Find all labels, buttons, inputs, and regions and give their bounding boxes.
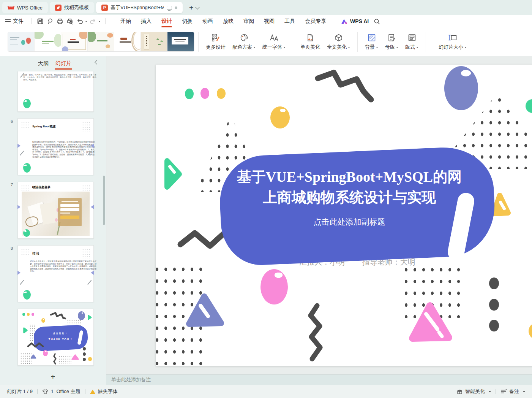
menu-tabs: 开始 插入 设计 切换 动画 放映 审阅 视图 工具 会员专享 [115,16,331,27]
menu-tab-slideshow[interactable]: 放映 [218,16,238,27]
decor-balloon [78,311,85,320]
tab-wps-home[interactable]: WPS Office [2,2,48,13]
notes-toggle-button[interactable]: 备注 [500,388,525,395]
decor-side-arrow [17,144,21,148]
dropdown-caret-icon [523,391,525,393]
more-designs-icon [211,33,220,43]
template-thumbnail[interactable] [88,32,114,51]
slide-thumbnail-8[interactable]: 8 结 论 经过本次毕业设计，我对网上商城购物系统的整个开发流程有了更加深入的了… [17,245,94,302]
output-button[interactable] [45,17,55,26]
decor-zigzag-top[interactable] [313,68,376,104]
print-preview-button[interactable] [65,17,75,26]
save-button[interactable] [35,17,45,26]
tab-document-active[interactable]: P 基于VUE+SpringBoot+MyS [96,2,183,13]
decor-green-ellipse [23,229,30,237]
divider [198,32,199,52]
new-tab-button[interactable]: + [189,4,194,11]
decor-circle-green[interactable] [526,99,532,113]
decor-triangle-green[interactable] [163,156,184,192]
panel-tabs: 大纲 幻灯片 [0,56,106,71]
decor-balloon [41,318,45,323]
slide-title[interactable]: 基于VUE+SpringBoot+MySQL的网 上商城购物系统设计与实现 [224,166,475,208]
notes-toggle-label: 备注 [509,388,519,395]
menu-tab-animation[interactable]: 动画 [197,16,218,27]
tab-docer-templates[interactable]: 找稻壳模板 [50,2,94,13]
theme-name: 1_Office 主题 [51,388,81,395]
theme-indicator[interactable]: 1_Office 主题 [42,388,81,395]
decor-dot-dark[interactable] [489,299,499,311]
decor-zigzag-vertical[interactable] [308,303,325,363]
menu-tab-tools[interactable]: 工具 [279,16,300,27]
decor-circle-yellow[interactable] [529,323,532,339]
slide-thumbnail-6[interactable]: 6 Spring Boot概述 Spring Boot是Pivotal团队的一个… [17,118,94,175]
quickbar-more-caret[interactable] [98,21,101,23]
undo-dropdown-caret[interactable] [85,21,87,23]
dropdown-caret-icon [376,47,378,49]
search-button[interactable] [372,17,382,26]
slide-canvas[interactable]: 基于VUE+SpringBoot+MySQL的网 上商城购物系统设计与实现 点击… [106,56,532,374]
slide-thumbnail-7[interactable]: 7 物流信息登录 [17,182,94,239]
decor-dot-grid [20,352,32,364]
smart-beautify-button[interactable]: 智能美化 [457,388,491,395]
decor-dot-pink[interactable] [200,88,209,99]
unsaved-dot-icon [175,6,177,9]
template-thumbnail[interactable] [8,32,35,51]
notes-bar[interactable]: 单击此处添加备注 [106,374,532,385]
decor-balloon-pink[interactable] [260,269,288,304]
decor-dot-dark[interactable] [489,320,499,331]
layout-button[interactable]: 版式 [402,30,422,53]
print-button[interactable] [55,17,65,26]
divider [85,389,85,394]
template-thumbnail[interactable] [61,32,88,51]
menu-tab-insert[interactable]: 插入 [136,16,156,27]
redo-button[interactable] [88,17,98,26]
menu-tab-member[interactable]: 会员专享 [300,16,331,27]
menu-tab-design[interactable]: 设计 [156,16,177,27]
decor-dot-green[interactable] [185,89,194,99]
menu-tab-review[interactable]: 审阅 [238,16,259,27]
sidebar-scrollbar[interactable] [103,176,105,225]
missing-fonts-indicator[interactable]: 缺失字体 [90,388,118,395]
slide-size-button[interactable]: 幻灯片大小 [435,30,470,53]
tab-outline[interactable]: 大纲 [37,59,49,69]
decor-zigzag [50,311,66,320]
decor-line [87,280,92,285]
thumb8-body: 经过本次毕业设计，我对网上商城购物系统的整个开发流程有了更加深入的了解，把所学的… [30,260,96,273]
decor-triangle-slate[interactable] [185,291,226,329]
template-thumbnail[interactable] [35,32,61,51]
background-button[interactable]: 背景 [362,30,382,53]
beautify-page-button[interactable]: 单页美化 [297,30,324,53]
menu-tab-home[interactable]: 开始 [115,16,136,27]
decor-dot-grid [21,122,29,128]
template-thumbnail[interactable] [167,32,194,51]
more-designs-button[interactable]: 更多设计 [202,30,229,53]
current-slide[interactable]: 基于VUE+SpringBoot+MySQL的网 上商城购物系统设计与实现 点击… [156,65,532,366]
slide-thumbnail-9[interactable]: 9 [17,309,94,366]
wps-ai-button[interactable]: WPS AI [341,18,369,24]
decor-dot-yellow[interactable] [217,88,226,99]
menu-tab-view[interactable]: 视图 [259,16,279,27]
slide-thumbnail-5[interactable]: 前台：首页、个人中心、用户管理、商品信息管理、购物车管理、订单管理；后台：首页、… [17,71,94,112]
add-slide-button[interactable]: + [51,372,55,381]
slide-size-label: 幻灯片大小 [439,44,463,51]
color-scheme-button[interactable]: 配色方案 [229,30,259,53]
unify-fonts-button[interactable]: 统一字体 [259,30,289,53]
present-monitor-icon[interactable] [167,6,172,10]
hamburger-icon [5,19,11,23]
decor-triangle-pink[interactable] [407,300,455,344]
file-menu-button[interactable]: 文件 [5,18,24,25]
slide-subtitle[interactable]: 点击此处添加副标题 [251,217,448,227]
beautify-all-button[interactable]: 全文美化 [324,30,354,53]
tab-list-chevron-icon[interactable] [195,5,199,9]
tab-slides[interactable]: 幻灯片 [55,59,72,70]
decor-balloon-purple[interactable] [444,66,478,110]
menu-tab-transition[interactable]: 切换 [177,16,197,27]
decor-dot-dark[interactable] [489,277,499,289]
decor-balloon-yellow[interactable] [270,106,290,128]
collapse-panel-icon[interactable] [95,60,99,64]
template-thumbnail[interactable] [114,32,141,51]
template-thumbnail[interactable] [141,32,167,51]
slide-master-button[interactable]: 母版 [382,30,402,53]
template-gallery [8,32,194,52]
undo-button[interactable] [75,17,85,26]
